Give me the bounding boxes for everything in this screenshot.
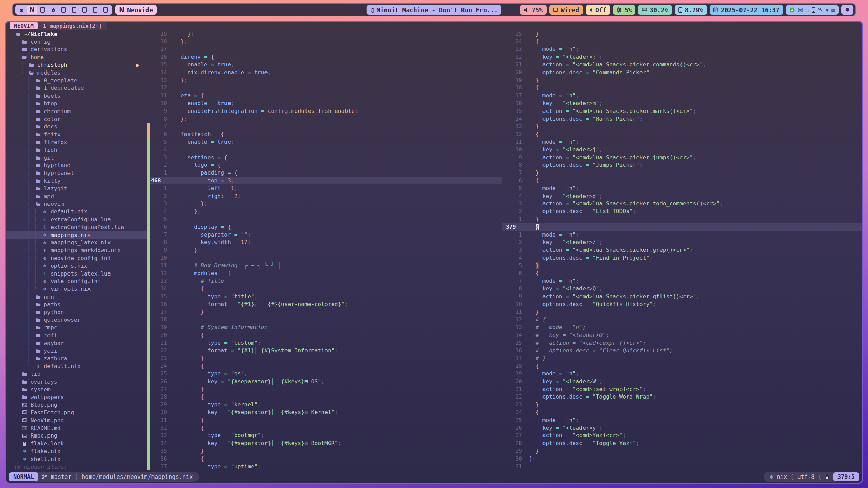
code-line[interactable]: 1 } (502, 215, 862, 223)
tree-item-neovide-config-ini[interactable]: │ │ ⚙neovide_config.ini (6, 254, 147, 262)
tree-item-options-nix[interactable]: │ │ ❄options.nix (6, 262, 147, 270)
code-line[interactable]: 379 { (502, 223, 862, 231)
tree-item-shell-nix[interactable]: ❄shell.nix (6, 455, 147, 463)
tree-item-fastfetch-png[interactable]: FastFetch.png (6, 409, 147, 416)
code-line[interactable]: 36 { (147, 455, 502, 463)
tree-item-python[interactable]: │ python (6, 308, 147, 316)
bowtie-icon[interactable]: ⋈ (797, 7, 803, 13)
code-line[interactable]: 2 logo = { (147, 161, 502, 169)
tree-item-docs[interactable]: │ docs (6, 123, 147, 131)
code-line[interactable]: 7 } (502, 169, 862, 177)
workspace-7-square-icon[interactable] (79, 6, 90, 14)
code-line[interactable]: 22 format = "{#1}│ {#}System Information… (147, 347, 502, 354)
code-line[interactable]: 18 { (502, 362, 862, 370)
code-line[interactable]: 5 (147, 215, 502, 223)
tree-item-1-deprecated[interactable]: │ 1_deprecated (6, 84, 147, 92)
tree-item-christoph[interactable]: │ christoph● (6, 61, 147, 69)
code-line[interactable]: 7 separator = ""; (147, 231, 502, 239)
code-line[interactable]: 11 # Box Drawing: ┌ ─ ╮ ╰ ╯ │ (147, 262, 502, 269)
code-line[interactable]: 6 { (502, 269, 862, 277)
code-line[interactable]: 25 type = "os"; (147, 370, 502, 378)
code-line[interactable]: 31 } (147, 416, 502, 424)
tree-item-yazi[interactable]: │ yazi (6, 347, 147, 355)
code-line[interactable]: 7 mode = "n"; (502, 277, 862, 285)
code-line[interactable]: 23 mode = "n"; (502, 45, 862, 53)
code-line[interactable]: 17 (147, 45, 502, 53)
tray-chip[interactable]: ⋈▢▼▦ (786, 5, 839, 15)
code-line[interactable]: 29 type = "kernel"; (147, 401, 502, 408)
code-line[interactable]: 23 } (502, 401, 862, 408)
tree-item-lazygit[interactable]: │ lazygit (6, 185, 147, 192)
code-line[interactable]: 8 }; (147, 115, 502, 123)
tree-item-home[interactable]: home (6, 53, 147, 61)
tree-item-readme-md[interactable]: README.md (6, 424, 147, 432)
code-line[interactable]: 2 right = 2; (147, 192, 502, 200)
code-line[interactable]: 8 options.desc = "Jumps Picker"; (502, 161, 862, 169)
code-line[interactable]: 10 options.desc = "Quickfix History"; (502, 300, 862, 308)
code-line[interactable]: 12 { (502, 130, 862, 138)
tree-item-mappings-markdown-nix[interactable]: │ │ ❄mappings_markdown.nix (6, 246, 147, 254)
tree-item-vale-config-ini[interactable]: │ │ ⚙vale_config.ini (6, 278, 147, 285)
tree-item-qutebrowser[interactable]: │ qutebrowser (6, 316, 147, 324)
code-line[interactable]: 468 top = 3; (147, 177, 502, 184)
code-line[interactable]: 18 { (502, 84, 862, 92)
tree-item-vim-opts-nix[interactable]: │ └ ❄vim_opts.nix (6, 285, 147, 293)
tree-item-hyprland[interactable]: │ hyprland (6, 162, 147, 169)
code-line[interactable]: 10 enable = true; (147, 99, 502, 107)
code-line[interactable]: 34 key = "{#separator}│ {#keys}≣ BootMGR… (147, 439, 502, 447)
code-line[interactable]: 13 # mode = "n"; (502, 323, 862, 331)
code-line[interactable]: 2 options.desc = "List TODOs"; (502, 207, 862, 215)
key-icon[interactable] (818, 7, 823, 12)
code-line[interactable]: 14 options.desc = "Marks Picker"; (502, 115, 862, 123)
tree-item-color[interactable]: │ color (6, 115, 147, 123)
editor-left-pane[interactable]: 19 };18 };1716 direnv = {15 enable = tru… (147, 30, 502, 470)
tree-item-extraconfigluapost-lua[interactable]: │ │ ☾extraConfigLuaPost.lua (6, 223, 147, 231)
code-line[interactable]: 27 action = "<cmd>Yazi<cr>"; (502, 431, 862, 439)
tree-item-mappings-latex-nix[interactable]: │ │ ❄mappings_latex.nix (6, 239, 147, 247)
tree-item--nixflake[interactable]: ~/NixFlake (6, 30, 147, 38)
code-line[interactable]: 5 mode = "n"; (502, 184, 862, 192)
tree-item-rmpc[interactable]: │ rmpc (6, 324, 147, 331)
tree-item-fish[interactable]: │ fish (6, 146, 147, 154)
tree-item-flake-nix[interactable]: ❄flake.nix (6, 447, 147, 455)
code-line[interactable]: 15 enable = true; (147, 61, 502, 68)
tree-item-mappings-nix[interactable]: │ │ ❄mappings.nix (6, 231, 147, 239)
code-line[interactable]: 1 mode = "n"; (502, 231, 862, 239)
tree-item-btop[interactable]: │ btop (6, 100, 147, 107)
code-line[interactable]: 30 key = "{#separator}│ {#keys}≣ Kernel"… (147, 408, 502, 416)
code-line[interactable]: 9 action = "<cmd>lua Snacks.picker.qflis… (502, 292, 862, 300)
tree-item-system[interactable]: system (6, 386, 147, 393)
code-line[interactable]: 17 mode = "n"; (502, 92, 862, 99)
volume-chip[interactable]: 75% (520, 5, 547, 15)
code-line[interactable]: 35 } (147, 447, 502, 455)
code-line[interactable]: 10 key = "<leader>j"; (502, 146, 862, 154)
device-chip[interactable]: 8.79% (675, 5, 707, 15)
code-line[interactable]: 3 action = "<cmd>lua Snacks.picker.grep(… (502, 246, 862, 254)
tree-item-default-nix[interactable]: │ │ ❄default.nix (6, 208, 147, 216)
code-line[interactable]: 13 } (502, 123, 862, 130)
workspace-1-cat-icon[interactable] (16, 6, 27, 14)
code-line[interactable]: 7 (147, 123, 502, 130)
code-line[interactable]: 20 { (147, 331, 502, 339)
code-line[interactable]: 5 } (502, 262, 862, 269)
code-line[interactable]: 12 modules = [ (147, 269, 502, 277)
code-line[interactable]: 17 # } (502, 354, 862, 362)
code-line[interactable]: 19 } (502, 76, 862, 84)
code-line[interactable]: 26 key = "{#separator}│ {#keys}⊟ OS"; (147, 378, 502, 385)
code-line[interactable]: 6 display = { (147, 223, 502, 231)
grid-icon[interactable]: ▦ (831, 7, 835, 13)
tree-item-flake-lock[interactable]: flake.lock (6, 440, 147, 447)
tree-item-0-template[interactable]: │ 0_template (6, 77, 147, 84)
check-circle-icon[interactable] (790, 7, 795, 13)
code-line[interactable]: 15 # action = "<cmd>cexpr []<cr>"; (502, 339, 862, 347)
editor-right-pane[interactable]: 25 }24 {23 mode = "n";22 key = "<leader>… (502, 30, 862, 470)
code-line[interactable]: 16 key = "<leader>m"; (502, 99, 862, 107)
code-line[interactable]: 3 settings = { (147, 154, 502, 161)
tab-mappings-nix[interactable]: 1 mappings.nix[2+] (38, 22, 107, 30)
code-line[interactable]: 14 # key = "<leader>Q"; (502, 331, 862, 339)
tree-item-fcitx[interactable]: │ fcitx (6, 130, 147, 138)
code-line[interactable]: 1 left = 1; (147, 184, 502, 192)
code-line[interactable]: 24 { (147, 362, 502, 370)
code-line[interactable]: 14 nix-direnv.enable = true; (147, 68, 502, 76)
tree-item-rofi[interactable]: │ rofi (6, 331, 147, 339)
